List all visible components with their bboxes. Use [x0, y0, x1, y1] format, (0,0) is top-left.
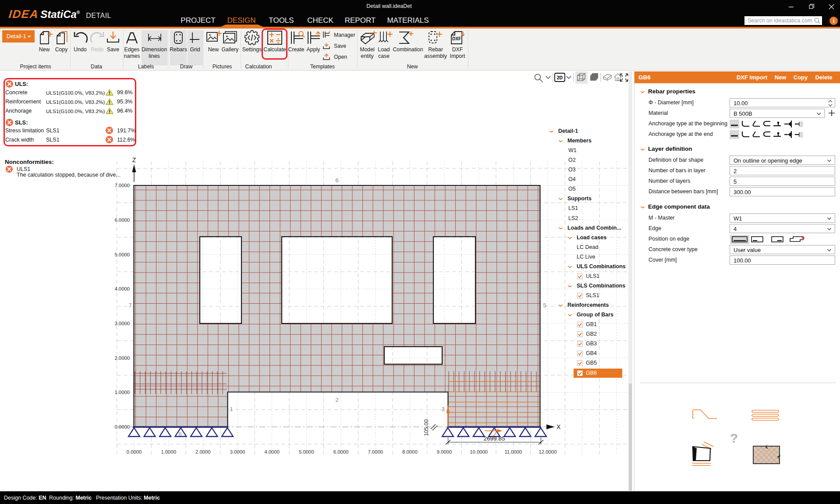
- svg-text:3.0000: 3.0000: [230, 449, 245, 454]
- svg-text:7.0000: 7.0000: [368, 449, 383, 454]
- svg-text:3.0000: 3.0000: [114, 321, 130, 326]
- svg-text:4.0000: 4.0000: [114, 286, 130, 291]
- svg-text:10.0000: 10.0000: [470, 449, 488, 454]
- svg-text:3: 3: [441, 406, 445, 412]
- svg-text:5.0000: 5.0000: [114, 252, 130, 257]
- svg-text:5.0000: 5.0000: [299, 449, 314, 454]
- svg-text:6.0000: 6.0000: [114, 217, 130, 223]
- svg-text:9.0000: 9.0000: [437, 449, 452, 454]
- svg-text:11.0000: 11.0000: [504, 449, 522, 454]
- svg-text:Z: Z: [132, 156, 136, 163]
- svg-text:2699.85: 2699.85: [484, 435, 505, 442]
- svg-text:1.0000: 1.0000: [114, 390, 130, 395]
- svg-text:4.0000: 4.0000: [264, 449, 280, 454]
- svg-text:2D: 2D: [557, 75, 563, 80]
- svg-text:5: 5: [543, 302, 546, 309]
- svg-text:2.0000: 2.0000: [195, 449, 211, 454]
- svg-text:0.0000: 0.0000: [114, 424, 130, 429]
- svg-text:1: 1: [230, 406, 233, 412]
- svg-text:0.0000: 0.0000: [127, 449, 142, 454]
- svg-text:7.0000: 7.0000: [114, 183, 130, 188]
- svg-text:6.0000: 6.0000: [333, 449, 349, 454]
- svg-text:X: X: [556, 423, 561, 430]
- svg-text:12.0000: 12.0000: [539, 449, 557, 454]
- svg-text:DXF: DXF: [452, 36, 461, 41]
- svg-text:8: 8: [178, 431, 182, 437]
- svg-text:7: 7: [128, 302, 132, 309]
- svg-text:6: 6: [335, 177, 339, 184]
- svg-text:2: 2: [335, 397, 339, 403]
- svg-text:105.00: 105.00: [423, 419, 429, 436]
- svg-text:8.0000: 8.0000: [402, 449, 418, 454]
- svg-text:1.0000: 1.0000: [161, 449, 176, 454]
- svg-text:2.0000: 2.0000: [114, 355, 130, 361]
